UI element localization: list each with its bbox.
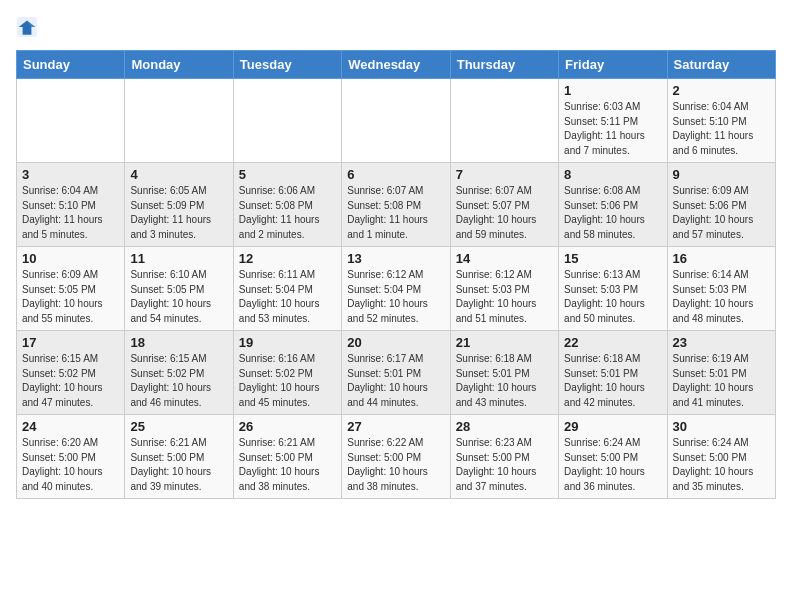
day-number: 30 <box>673 419 770 434</box>
day-number: 27 <box>347 419 444 434</box>
calendar-week-row: 3Sunrise: 6:04 AM Sunset: 5:10 PM Daylig… <box>17 163 776 247</box>
calendar-cell: 17Sunrise: 6:15 AM Sunset: 5:02 PM Dayli… <box>17 331 125 415</box>
calendar-cell: 26Sunrise: 6:21 AM Sunset: 5:00 PM Dayli… <box>233 415 341 499</box>
calendar-cell: 22Sunrise: 6:18 AM Sunset: 5:01 PM Dayli… <box>559 331 667 415</box>
day-info: Sunrise: 6:07 AM Sunset: 5:08 PM Dayligh… <box>347 184 444 242</box>
calendar-cell: 2Sunrise: 6:04 AM Sunset: 5:10 PM Daylig… <box>667 79 775 163</box>
calendar-cell: 6Sunrise: 6:07 AM Sunset: 5:08 PM Daylig… <box>342 163 450 247</box>
calendar-cell: 8Sunrise: 6:08 AM Sunset: 5:06 PM Daylig… <box>559 163 667 247</box>
day-number: 25 <box>130 419 227 434</box>
day-number: 6 <box>347 167 444 182</box>
day-number: 28 <box>456 419 553 434</box>
day-info: Sunrise: 6:12 AM Sunset: 5:03 PM Dayligh… <box>456 268 553 326</box>
calendar-cell: 10Sunrise: 6:09 AM Sunset: 5:05 PM Dayli… <box>17 247 125 331</box>
day-number: 13 <box>347 251 444 266</box>
day-number: 16 <box>673 251 770 266</box>
day-info: Sunrise: 6:04 AM Sunset: 5:10 PM Dayligh… <box>673 100 770 158</box>
calendar-cell: 25Sunrise: 6:21 AM Sunset: 5:00 PM Dayli… <box>125 415 233 499</box>
day-info: Sunrise: 6:24 AM Sunset: 5:00 PM Dayligh… <box>564 436 661 494</box>
weekday-header: Friday <box>559 51 667 79</box>
calendar-cell: 7Sunrise: 6:07 AM Sunset: 5:07 PM Daylig… <box>450 163 558 247</box>
calendar-cell: 3Sunrise: 6:04 AM Sunset: 5:10 PM Daylig… <box>17 163 125 247</box>
day-info: Sunrise: 6:13 AM Sunset: 5:03 PM Dayligh… <box>564 268 661 326</box>
calendar-cell: 18Sunrise: 6:15 AM Sunset: 5:02 PM Dayli… <box>125 331 233 415</box>
day-number: 18 <box>130 335 227 350</box>
calendar-week-row: 24Sunrise: 6:20 AM Sunset: 5:00 PM Dayli… <box>17 415 776 499</box>
day-number: 26 <box>239 419 336 434</box>
calendar-cell: 14Sunrise: 6:12 AM Sunset: 5:03 PM Dayli… <box>450 247 558 331</box>
weekday-header: Tuesday <box>233 51 341 79</box>
calendar-week-row: 1Sunrise: 6:03 AM Sunset: 5:11 PM Daylig… <box>17 79 776 163</box>
day-info: Sunrise: 6:21 AM Sunset: 5:00 PM Dayligh… <box>239 436 336 494</box>
calendar-cell: 13Sunrise: 6:12 AM Sunset: 5:04 PM Dayli… <box>342 247 450 331</box>
day-info: Sunrise: 6:12 AM Sunset: 5:04 PM Dayligh… <box>347 268 444 326</box>
day-info: Sunrise: 6:24 AM Sunset: 5:00 PM Dayligh… <box>673 436 770 494</box>
weekday-header: Saturday <box>667 51 775 79</box>
day-info: Sunrise: 6:18 AM Sunset: 5:01 PM Dayligh… <box>564 352 661 410</box>
day-number: 10 <box>22 251 119 266</box>
page-header <box>16 16 776 38</box>
day-info: Sunrise: 6:15 AM Sunset: 5:02 PM Dayligh… <box>22 352 119 410</box>
calendar-cell <box>233 79 341 163</box>
day-number: 4 <box>130 167 227 182</box>
calendar-cell: 19Sunrise: 6:16 AM Sunset: 5:02 PM Dayli… <box>233 331 341 415</box>
calendar-cell: 4Sunrise: 6:05 AM Sunset: 5:09 PM Daylig… <box>125 163 233 247</box>
logo-icon <box>16 16 38 38</box>
day-number: 21 <box>456 335 553 350</box>
day-number: 2 <box>673 83 770 98</box>
calendar-header-row: SundayMondayTuesdayWednesdayThursdayFrid… <box>17 51 776 79</box>
calendar-cell <box>450 79 558 163</box>
day-info: Sunrise: 6:09 AM Sunset: 5:06 PM Dayligh… <box>673 184 770 242</box>
day-number: 1 <box>564 83 661 98</box>
logo <box>16 16 40 38</box>
weekday-header: Monday <box>125 51 233 79</box>
day-info: Sunrise: 6:10 AM Sunset: 5:05 PM Dayligh… <box>130 268 227 326</box>
day-info: Sunrise: 6:21 AM Sunset: 5:00 PM Dayligh… <box>130 436 227 494</box>
day-info: Sunrise: 6:15 AM Sunset: 5:02 PM Dayligh… <box>130 352 227 410</box>
day-info: Sunrise: 6:07 AM Sunset: 5:07 PM Dayligh… <box>456 184 553 242</box>
day-info: Sunrise: 6:09 AM Sunset: 5:05 PM Dayligh… <box>22 268 119 326</box>
day-number: 20 <box>347 335 444 350</box>
calendar-cell: 28Sunrise: 6:23 AM Sunset: 5:00 PM Dayli… <box>450 415 558 499</box>
day-info: Sunrise: 6:11 AM Sunset: 5:04 PM Dayligh… <box>239 268 336 326</box>
calendar-cell: 24Sunrise: 6:20 AM Sunset: 5:00 PM Dayli… <box>17 415 125 499</box>
day-info: Sunrise: 6:20 AM Sunset: 5:00 PM Dayligh… <box>22 436 119 494</box>
calendar-cell: 21Sunrise: 6:18 AM Sunset: 5:01 PM Dayli… <box>450 331 558 415</box>
calendar-cell: 16Sunrise: 6:14 AM Sunset: 5:03 PM Dayli… <box>667 247 775 331</box>
calendar-cell <box>17 79 125 163</box>
day-number: 9 <box>673 167 770 182</box>
day-number: 17 <box>22 335 119 350</box>
day-info: Sunrise: 6:19 AM Sunset: 5:01 PM Dayligh… <box>673 352 770 410</box>
calendar-table: SundayMondayTuesdayWednesdayThursdayFrid… <box>16 50 776 499</box>
calendar-cell: 29Sunrise: 6:24 AM Sunset: 5:00 PM Dayli… <box>559 415 667 499</box>
calendar-cell: 30Sunrise: 6:24 AM Sunset: 5:00 PM Dayli… <box>667 415 775 499</box>
day-info: Sunrise: 6:16 AM Sunset: 5:02 PM Dayligh… <box>239 352 336 410</box>
calendar-cell: 23Sunrise: 6:19 AM Sunset: 5:01 PM Dayli… <box>667 331 775 415</box>
day-number: 22 <box>564 335 661 350</box>
day-info: Sunrise: 6:22 AM Sunset: 5:00 PM Dayligh… <box>347 436 444 494</box>
day-info: Sunrise: 6:08 AM Sunset: 5:06 PM Dayligh… <box>564 184 661 242</box>
calendar-cell: 27Sunrise: 6:22 AM Sunset: 5:00 PM Dayli… <box>342 415 450 499</box>
day-number: 29 <box>564 419 661 434</box>
day-number: 23 <box>673 335 770 350</box>
calendar-cell: 5Sunrise: 6:06 AM Sunset: 5:08 PM Daylig… <box>233 163 341 247</box>
calendar-week-row: 10Sunrise: 6:09 AM Sunset: 5:05 PM Dayli… <box>17 247 776 331</box>
day-number: 15 <box>564 251 661 266</box>
weekday-header: Sunday <box>17 51 125 79</box>
day-number: 3 <box>22 167 119 182</box>
weekday-header: Wednesday <box>342 51 450 79</box>
day-info: Sunrise: 6:05 AM Sunset: 5:09 PM Dayligh… <box>130 184 227 242</box>
day-number: 19 <box>239 335 336 350</box>
day-info: Sunrise: 6:17 AM Sunset: 5:01 PM Dayligh… <box>347 352 444 410</box>
calendar-cell <box>125 79 233 163</box>
calendar-cell: 12Sunrise: 6:11 AM Sunset: 5:04 PM Dayli… <box>233 247 341 331</box>
weekday-header: Thursday <box>450 51 558 79</box>
day-number: 11 <box>130 251 227 266</box>
day-info: Sunrise: 6:18 AM Sunset: 5:01 PM Dayligh… <box>456 352 553 410</box>
day-number: 7 <box>456 167 553 182</box>
day-number: 12 <box>239 251 336 266</box>
day-number: 5 <box>239 167 336 182</box>
calendar-cell: 20Sunrise: 6:17 AM Sunset: 5:01 PM Dayli… <box>342 331 450 415</box>
day-info: Sunrise: 6:14 AM Sunset: 5:03 PM Dayligh… <box>673 268 770 326</box>
day-number: 8 <box>564 167 661 182</box>
